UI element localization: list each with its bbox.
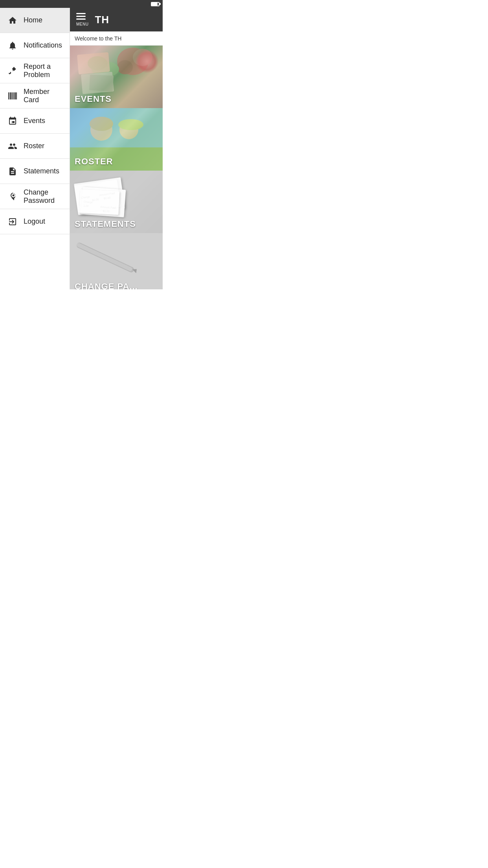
tile-statements-label: STATEMENTS: [70, 216, 141, 233]
sidebar-item-events[interactable]: 30 Events: [0, 108, 70, 134]
roster-label: Roster: [24, 142, 44, 150]
statements-label: Statements: [24, 167, 59, 175]
statements-icon: [6, 165, 19, 178]
svg-text:Charge: Charge: [84, 200, 93, 204]
logout-label: Logout: [24, 217, 45, 226]
svg-rect-2: [10, 92, 11, 99]
sidebar-item-statements[interactable]: Statements: [0, 159, 70, 184]
svg-point-13: [133, 49, 152, 66]
events-label: Events: [24, 117, 45, 125]
notifications-label: Notifications: [24, 41, 62, 50]
roster-icon: [6, 140, 19, 153]
svg-rect-0: [8, 92, 9, 99]
sidebar-item-home[interactable]: Home: [0, 8, 70, 33]
menu-label: MENU: [76, 22, 88, 26]
svg-rect-5: [14, 92, 14, 99]
sidebar-item-member-card[interactable]: Member Card: [0, 83, 70, 108]
svg-rect-1: [9, 92, 10, 99]
menu-button[interactable]: MENU: [76, 13, 88, 26]
header-title: TH: [95, 14, 109, 26]
home-label: Home: [24, 16, 42, 24]
report-problem-label: Report a Problem: [24, 63, 63, 79]
svg-rect-4: [13, 92, 13, 99]
svg-point-22: [90, 117, 113, 131]
bell-icon: [6, 39, 19, 52]
sidebar: Home Notifications Report a Problem: [0, 8, 70, 289]
app-container: MENU TH Welcome to the TH Home Notificat…: [0, 8, 163, 289]
tile-events-label: EVENTS: [70, 91, 116, 108]
password-icon: [6, 190, 19, 203]
tile-statements[interactable]: Charge $0.00 Amount Paid $0.00 Charge 1.…: [70, 171, 163, 233]
barcode-icon: [6, 90, 19, 102]
svg-text:1.00: 1.00: [83, 204, 89, 207]
sidebar-item-change-password[interactable]: Change Password: [0, 184, 70, 209]
svg-text:$0.00: $0.00: [103, 210, 110, 213]
tile-change-password-label: CHANGE PA...: [70, 278, 143, 289]
svg-point-14: [117, 60, 133, 74]
svg-rect-26: [74, 177, 125, 215]
svg-point-16: [88, 56, 107, 70]
wrench-icon: [6, 64, 19, 77]
svg-text:$0.00: $0.00: [103, 196, 110, 200]
status-bar: [0, 0, 163, 8]
svg-text:Charge: Charge: [81, 195, 90, 199]
svg-point-11: [13, 194, 15, 196]
svg-text:Amount Paid: Amount Paid: [99, 191, 115, 197]
sidebar-item-logout[interactable]: Logout: [0, 209, 70, 234]
svg-text:30: 30: [11, 121, 15, 123]
tile-roster[interactable]: ROSTER: [70, 108, 163, 171]
logout-icon: [6, 215, 19, 228]
svg-rect-7: [16, 92, 17, 99]
home-icon: [6, 14, 19, 27]
sidebar-item-report-problem[interactable]: Report a Problem: [0, 58, 70, 83]
svg-text:Amount Paid: Amount Paid: [100, 205, 116, 209]
svg-rect-18: [89, 74, 114, 91]
svg-point-24: [118, 119, 143, 130]
sidebar-item-roster[interactable]: Roster: [0, 134, 70, 159]
battery-icon: [151, 2, 160, 6]
tiles-container: EVENTS ROSTER: [70, 46, 163, 289]
calendar-icon: 30: [6, 115, 19, 127]
svg-rect-3: [12, 92, 12, 99]
header-bar: MENU TH: [70, 8, 163, 31]
welcome-text: Welcome to the TH: [70, 31, 163, 46]
tile-roster-label: ROSTER: [70, 153, 118, 171]
svg-rect-27: [81, 187, 126, 217]
svg-text:$0.00: $0.00: [92, 198, 99, 201]
sidebar-item-notifications[interactable]: Notifications: [0, 33, 70, 58]
svg-rect-9: [11, 171, 13, 171]
tile-events[interactable]: EVENTS: [70, 46, 163, 108]
member-card-label: Member Card: [24, 88, 63, 104]
change-password-label: Change Password: [24, 188, 63, 205]
tile-change-password[interactable]: CHANGE PA...: [70, 233, 163, 289]
svg-rect-6: [15, 92, 16, 99]
svg-rect-10: [11, 172, 14, 172]
